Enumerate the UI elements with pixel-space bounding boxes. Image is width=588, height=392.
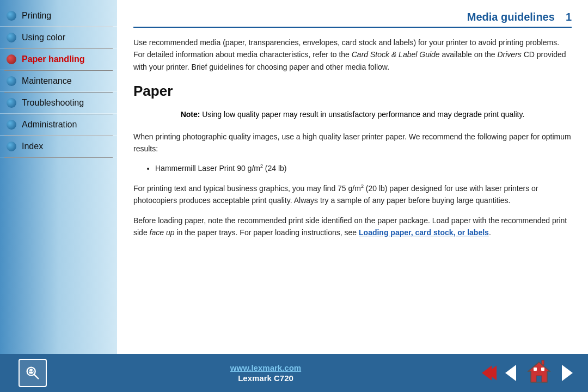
home-button[interactable] [525, 359, 553, 387]
search-button[interactable] [19, 359, 47, 387]
footer-nav [477, 359, 577, 387]
note-box: Note: Using low quality paper may result… [155, 108, 550, 120]
sidebar-item-maintenance[interactable]: Maintenance [0, 71, 117, 92]
sidebar-item-paper-handling[interactable]: Paper handling [0, 49, 117, 70]
list-item: Hammermill Laser Print 90 g/m2 (24 lb) [155, 162, 572, 174]
paragraph-3: Before loading paper, note the recommend… [133, 215, 572, 239]
sidebar-item-troubleshooting[interactable]: Troubleshooting [0, 93, 117, 114]
sidebar-item-label: Paper handling [22, 54, 85, 64]
search-icon [24, 365, 41, 381]
bullet-icon [7, 33, 16, 42]
sidebar-item-label: Printing [22, 11, 51, 21]
footer-brand: Lexmark C720 [238, 373, 293, 383]
bullet-icon-active [7, 54, 16, 64]
paragraph-2: For printing text and typical business g… [133, 182, 572, 207]
page-title-area: Media guidelines 1 [467, 11, 572, 23]
sidebar: Printing Using color Paper handling Main… [0, 0, 117, 354]
bullet-icon [7, 11, 16, 21]
back-arrow-icon [477, 362, 497, 384]
svg-rect-11 [541, 367, 544, 371]
note-text: Note: Using low quality paper may result… [155, 108, 550, 120]
sidebar-item-using-color[interactable]: Using color [0, 27, 117, 48]
svg-marker-7 [528, 362, 550, 382]
svg-rect-10 [534, 367, 537, 371]
sidebar-item-label: Troubleshooting [22, 98, 84, 108]
next-button[interactable] [558, 363, 577, 383]
note-body: Using low quality paper may result in un… [202, 110, 524, 119]
sidebar-item-label: Maintenance [22, 76, 72, 86]
svg-point-3 [30, 369, 33, 371]
svg-marker-14 [562, 365, 573, 381]
page-title: Media guidelines [467, 11, 555, 23]
svg-marker-6 [505, 365, 516, 381]
footer-url[interactable]: www.lexmark.com [54, 363, 477, 372]
sidebar-item-label: Administration [22, 120, 77, 130]
sidebar-item-label: Index [22, 142, 43, 151]
loading-paper-link[interactable]: Loading paper, card stock, or labels [359, 228, 489, 237]
page-number: 1 [566, 11, 572, 23]
content-header: Media guidelines 1 [133, 11, 572, 28]
prev-arrow-icon [503, 362, 519, 384]
prev-button[interactable] [501, 363, 520, 383]
sidebar-divider [4, 157, 113, 158]
italic-text: face up [150, 228, 175, 237]
sidebar-item-administration[interactable]: Administration [0, 114, 117, 136]
bullet-icon [7, 76, 16, 86]
back-button[interactable] [477, 363, 497, 383]
home-icon [525, 359, 553, 387]
bullet-icon [7, 120, 16, 130]
bullet-list: Hammermill Laser Print 90 g/m2 (24 lb) [155, 162, 572, 174]
sidebar-item-label: Using color [22, 33, 65, 42]
content-area: Media guidelines 1 Use recommended media… [117, 0, 588, 354]
footer: www.lexmark.com Lexmark C720 [0, 354, 588, 392]
section-heading: Paper [133, 83, 572, 100]
main-container: Printing Using color Paper handling Main… [0, 0, 588, 354]
sidebar-item-printing[interactable]: Printing [0, 5, 117, 27]
bullet-icon [7, 142, 16, 151]
intro-paragraph: Use recommended media (paper, transparen… [133, 36, 572, 73]
next-arrow-icon [559, 362, 575, 384]
paragraph-1: When printing photographic quality image… [133, 131, 572, 155]
footer-center: www.lexmark.com Lexmark C720 [54, 363, 477, 383]
note-label: Note: [181, 110, 200, 119]
footer-left [11, 359, 54, 387]
sidebar-item-index[interactable]: Index [0, 136, 117, 157]
bullet-icon [7, 98, 16, 108]
svg-line-1 [34, 375, 39, 379]
